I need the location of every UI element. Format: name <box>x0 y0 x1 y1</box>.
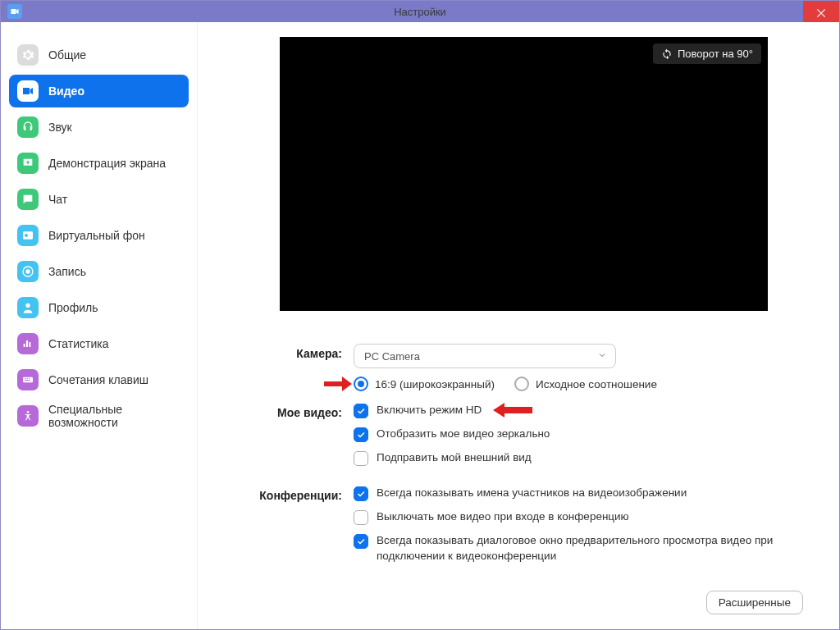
check-label: Включить режим HD <box>377 403 482 418</box>
sidebar-item-3[interactable]: Демонстрация экрана <box>9 147 189 180</box>
sidebar-item-label: Звук <box>48 121 72 134</box>
ratio-wide-label: 16:9 (широкоэкранный) <box>375 378 495 390</box>
app-icon <box>7 4 22 19</box>
content: Поворот на 90° Камера: PC Camera <box>198 22 839 629</box>
sidebar-item-label: Профиль <box>48 301 98 314</box>
sidebar-item-label: Демонстрация экрана <box>48 157 166 170</box>
meetings-option-0[interactable]: Всегда показывать имена участников на ви… <box>354 486 819 501</box>
gear-icon <box>17 44 39 66</box>
sidebar-item-2[interactable]: Звук <box>9 111 189 144</box>
sidebar-item-5[interactable]: Виртуальный фон <box>9 219 189 252</box>
rotate-icon <box>661 48 673 60</box>
record-icon <box>17 261 39 282</box>
sidebar-item-label: Специальные возможности <box>48 403 180 429</box>
check-label: Всегда показывать диалоговое окно предва… <box>377 533 787 564</box>
sidebar-item-1[interactable]: Видео <box>9 75 189 107</box>
camera-icon <box>17 80 39 102</box>
sidebar-item-label: Виртуальный фон <box>48 229 145 242</box>
checkbox[interactable] <box>354 404 368 418</box>
svg-point-1 <box>25 234 28 237</box>
sidebar-item-label: Запись <box>48 265 86 278</box>
svg-rect-5 <box>23 377 33 383</box>
sidebar-item-8[interactable]: Статистика <box>9 327 189 360</box>
my-video-label: Мое видео: <box>247 403 354 474</box>
headset-icon <box>17 116 39 138</box>
settings-window: Настройки ОбщиеВидеоЗвукДемонстрация экр… <box>0 0 840 630</box>
share-icon <box>17 153 39 174</box>
titlebar: Настройки <box>1 1 839 22</box>
my-video-option-1[interactable]: Отобразить мое видео зеркально <box>354 427 819 442</box>
window-title: Настройки <box>394 6 446 18</box>
ratio-orig-radio[interactable]: Исходное соотношение <box>514 377 657 391</box>
sidebar-item-label: Общие <box>48 48 86 62</box>
sidebar-item-label: Статистика <box>48 337 109 350</box>
sidebar-item-10[interactable]: Специальные возможности <box>9 399 189 432</box>
sidebar-item-9[interactable]: Сочетания клавиш <box>9 363 189 396</box>
meetings-label: Конференции: <box>247 486 354 573</box>
checkbox[interactable] <box>354 486 368 501</box>
checkbox[interactable] <box>354 534 368 549</box>
ratio-orig-label: Исходное соотношение <box>536 378 657 390</box>
sidebar: ОбщиеВидеоЗвукДемонстрация экранаЧатВирт… <box>1 22 198 629</box>
access-icon <box>17 405 39 427</box>
chevron-down-icon <box>597 350 607 363</box>
camera-selected: PC Camera <box>364 350 420 363</box>
meetings-option-2[interactable]: Всегда показывать диалоговое окно предва… <box>354 533 819 564</box>
chat-icon <box>17 189 39 210</box>
stats-icon <box>17 333 39 354</box>
virtual-icon <box>17 225 39 246</box>
check-label: Отобразить мое видео зеркально <box>377 427 550 442</box>
my-video-option-0[interactable]: Включить режим HD <box>354 403 819 418</box>
check-label: Выключать мое видео при входе в конферен… <box>377 509 629 525</box>
svg-point-4 <box>25 304 30 308</box>
sidebar-item-0[interactable]: Общие <box>9 39 189 71</box>
video-preview: Поворот на 90° <box>280 37 768 311</box>
checkbox[interactable] <box>354 451 368 466</box>
rotate-button[interactable]: Поворот на 90° <box>653 43 761 64</box>
sidebar-item-7[interactable]: Профиль <box>9 291 189 324</box>
keyboard-icon <box>17 369 39 390</box>
sidebar-item-6[interactable]: Запись <box>9 255 189 288</box>
meetings-option-1[interactable]: Выключать мое видео при входе в конферен… <box>354 509 819 525</box>
ratio-wide-radio[interactable]: 16:9 (широкоэкранный) <box>354 377 495 391</box>
sidebar-item-label: Видео <box>48 84 84 98</box>
checkbox[interactable] <box>354 427 368 442</box>
checkbox[interactable] <box>354 510 368 525</box>
profile-icon <box>17 297 39 318</box>
svg-point-3 <box>25 270 30 274</box>
check-label: Всегда показывать имена участников на ви… <box>377 486 687 501</box>
rotate-label: Поворот на 90° <box>678 48 753 60</box>
advanced-button[interactable]: Расширенные <box>706 591 803 614</box>
sidebar-item-label: Сочетания клавиш <box>48 373 148 386</box>
sidebar-item-4[interactable]: Чат <box>9 183 189 216</box>
check-label: Подправить мой внешний вид <box>377 450 532 466</box>
camera-label: Камера: <box>247 344 354 391</box>
svg-point-6 <box>27 411 30 413</box>
my-video-option-2[interactable]: Подправить мой внешний вид <box>354 450 819 466</box>
sidebar-item-label: Чат <box>48 193 67 206</box>
camera-select[interactable]: PC Camera <box>354 344 616 368</box>
